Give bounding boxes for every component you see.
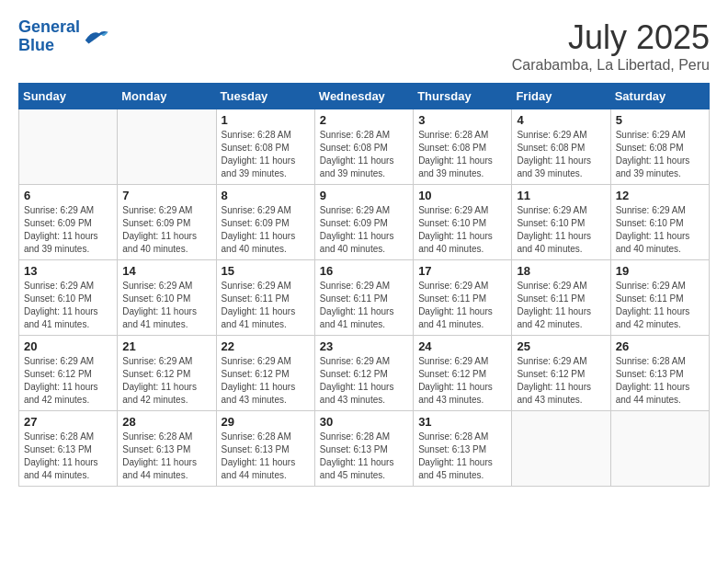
logo-general: General <box>18 17 80 36</box>
day-number: 28 <box>122 415 210 429</box>
day-number: 23 <box>320 339 408 353</box>
table-row <box>118 109 216 185</box>
table-row: 25Sunrise: 6:29 AM Sunset: 6:12 PM Dayli… <box>512 336 610 411</box>
table-row: 6Sunrise: 6:29 AM Sunset: 6:09 PM Daylig… <box>19 185 118 260</box>
day-number: 12 <box>616 189 704 202</box>
calendar-week-1: 1Sunrise: 6:28 AM Sunset: 6:08 PM Daylig… <box>19 109 710 185</box>
table-row: 21Sunrise: 6:29 AM Sunset: 6:12 PM Dayli… <box>118 336 216 411</box>
day-number: 18 <box>517 264 605 278</box>
day-number: 15 <box>222 264 310 278</box>
col-header-wednesday: Wednesday <box>314 84 413 109</box>
day-info: Sunrise: 6:29 AM Sunset: 6:09 PM Dayligh… <box>24 204 112 256</box>
day-number: 2 <box>320 113 408 127</box>
day-info: Sunrise: 6:29 AM Sunset: 6:09 PM Dayligh… <box>320 204 408 256</box>
title-block: July 2025 Carabamba, La Libertad, Peru <box>512 18 710 74</box>
table-row: 30Sunrise: 6:28 AM Sunset: 6:13 PM Dayli… <box>314 411 413 487</box>
day-info: Sunrise: 6:29 AM Sunset: 6:12 PM Dayligh… <box>418 355 506 407</box>
day-number: 5 <box>616 113 704 127</box>
day-number: 31 <box>418 415 506 429</box>
day-info: Sunrise: 6:28 AM Sunset: 6:13 PM Dayligh… <box>418 431 506 482</box>
calendar-week-5: 27Sunrise: 6:28 AM Sunset: 6:13 PM Dayli… <box>19 411 710 487</box>
day-number: 24 <box>418 339 506 353</box>
logo-blue: Blue <box>18 36 54 54</box>
day-info: Sunrise: 6:29 AM Sunset: 6:12 PM Dayligh… <box>24 355 112 407</box>
day-number: 11 <box>517 189 605 202</box>
day-info: Sunrise: 6:29 AM Sunset: 6:10 PM Dayligh… <box>24 280 112 331</box>
table-row: 22Sunrise: 6:29 AM Sunset: 6:12 PM Dayli… <box>216 336 314 411</box>
table-row: 8Sunrise: 6:29 AM Sunset: 6:09 PM Daylig… <box>216 185 314 260</box>
logo: General Blue <box>18 18 109 55</box>
day-info: Sunrise: 6:29 AM Sunset: 6:10 PM Dayligh… <box>616 204 704 256</box>
table-row: 12Sunrise: 6:29 AM Sunset: 6:10 PM Dayli… <box>610 185 709 260</box>
day-number: 14 <box>122 264 210 278</box>
day-info: Sunrise: 6:28 AM Sunset: 6:08 PM Dayligh… <box>222 129 310 180</box>
day-info: Sunrise: 6:29 AM Sunset: 6:12 PM Dayligh… <box>320 355 408 407</box>
page-header: General Blue July 2025 Carabamba, La Lib… <box>18 18 710 74</box>
col-header-tuesday: Tuesday <box>216 84 314 109</box>
day-number: 21 <box>122 339 210 353</box>
table-row: 23Sunrise: 6:29 AM Sunset: 6:12 PM Dayli… <box>314 336 413 411</box>
table-row: 18Sunrise: 6:29 AM Sunset: 6:11 PM Dayli… <box>512 260 610 336</box>
day-info: Sunrise: 6:28 AM Sunset: 6:13 PM Dayligh… <box>122 431 210 482</box>
day-number: 1 <box>222 113 310 127</box>
table-row: 24Sunrise: 6:29 AM Sunset: 6:12 PM Dayli… <box>414 336 512 411</box>
day-info: Sunrise: 6:29 AM Sunset: 6:12 PM Dayligh… <box>222 355 310 407</box>
day-info: Sunrise: 6:29 AM Sunset: 6:12 PM Dayligh… <box>122 355 210 407</box>
day-info: Sunrise: 6:28 AM Sunset: 6:08 PM Dayligh… <box>418 129 506 180</box>
day-number: 25 <box>517 339 605 353</box>
table-row: 5Sunrise: 6:29 AM Sunset: 6:08 PM Daylig… <box>610 109 709 185</box>
day-number: 20 <box>24 339 112 353</box>
day-number: 30 <box>320 415 408 429</box>
day-info: Sunrise: 6:29 AM Sunset: 6:11 PM Dayligh… <box>320 280 408 331</box>
month-year: July 2025 <box>512 18 710 57</box>
day-number: 13 <box>24 264 112 278</box>
calendar-table: SundayMondayTuesdayWednesdayThursdayFrid… <box>18 83 710 487</box>
day-info: Sunrise: 6:29 AM Sunset: 6:11 PM Dayligh… <box>222 280 310 331</box>
calendar-header-row: SundayMondayTuesdayWednesdayThursdayFrid… <box>19 84 710 109</box>
table-row <box>512 411 610 487</box>
location: Carabamba, La Libertad, Peru <box>512 57 710 74</box>
day-info: Sunrise: 6:29 AM Sunset: 6:08 PM Dayligh… <box>616 129 704 180</box>
day-info: Sunrise: 6:29 AM Sunset: 6:11 PM Dayligh… <box>418 280 506 331</box>
day-number: 19 <box>616 264 704 278</box>
table-row <box>610 411 709 487</box>
table-row <box>19 109 118 185</box>
day-info: Sunrise: 6:29 AM Sunset: 6:09 PM Dayligh… <box>222 204 310 256</box>
table-row: 7Sunrise: 6:29 AM Sunset: 6:09 PM Daylig… <box>118 185 216 260</box>
table-row: 27Sunrise: 6:28 AM Sunset: 6:13 PM Dayli… <box>19 411 118 487</box>
table-row: 3Sunrise: 6:28 AM Sunset: 6:08 PM Daylig… <box>414 109 512 185</box>
day-info: Sunrise: 6:28 AM Sunset: 6:13 PM Dayligh… <box>320 431 408 482</box>
day-info: Sunrise: 6:29 AM Sunset: 6:08 PM Dayligh… <box>517 129 605 180</box>
table-row: 13Sunrise: 6:29 AM Sunset: 6:10 PM Dayli… <box>19 260 118 336</box>
day-info: Sunrise: 6:29 AM Sunset: 6:10 PM Dayligh… <box>517 204 605 256</box>
day-info: Sunrise: 6:29 AM Sunset: 6:10 PM Dayligh… <box>418 204 506 256</box>
day-info: Sunrise: 6:28 AM Sunset: 6:13 PM Dayligh… <box>24 431 112 482</box>
day-info: Sunrise: 6:28 AM Sunset: 6:08 PM Dayligh… <box>320 129 408 180</box>
day-number: 29 <box>222 415 310 429</box>
day-number: 4 <box>517 113 605 127</box>
day-info: Sunrise: 6:28 AM Sunset: 6:13 PM Dayligh… <box>222 431 310 482</box>
day-info: Sunrise: 6:29 AM Sunset: 6:11 PM Dayligh… <box>616 280 704 331</box>
day-number: 27 <box>24 415 112 429</box>
day-number: 26 <box>616 339 704 353</box>
col-header-friday: Friday <box>512 84 610 109</box>
table-row: 10Sunrise: 6:29 AM Sunset: 6:10 PM Dayli… <box>414 185 512 260</box>
day-number: 3 <box>418 113 506 127</box>
table-row: 26Sunrise: 6:28 AM Sunset: 6:13 PM Dayli… <box>610 336 709 411</box>
calendar-week-2: 6Sunrise: 6:29 AM Sunset: 6:09 PM Daylig… <box>19 185 710 260</box>
calendar-week-4: 20Sunrise: 6:29 AM Sunset: 6:12 PM Dayli… <box>19 336 710 411</box>
col-header-sunday: Sunday <box>19 84 118 109</box>
col-header-monday: Monday <box>118 84 216 109</box>
table-row: 16Sunrise: 6:29 AM Sunset: 6:11 PM Dayli… <box>314 260 413 336</box>
day-info: Sunrise: 6:29 AM Sunset: 6:10 PM Dayligh… <box>122 280 210 331</box>
day-info: Sunrise: 6:28 AM Sunset: 6:13 PM Dayligh… <box>616 355 704 407</box>
table-row: 11Sunrise: 6:29 AM Sunset: 6:10 PM Dayli… <box>512 185 610 260</box>
table-row: 19Sunrise: 6:29 AM Sunset: 6:11 PM Dayli… <box>610 260 709 336</box>
day-number: 17 <box>418 264 506 278</box>
table-row: 2Sunrise: 6:28 AM Sunset: 6:08 PM Daylig… <box>314 109 413 185</box>
calendar-week-3: 13Sunrise: 6:29 AM Sunset: 6:10 PM Dayli… <box>19 260 710 336</box>
day-info: Sunrise: 6:29 AM Sunset: 6:12 PM Dayligh… <box>517 355 605 407</box>
table-row: 31Sunrise: 6:28 AM Sunset: 6:13 PM Dayli… <box>414 411 512 487</box>
day-info: Sunrise: 6:29 AM Sunset: 6:09 PM Dayligh… <box>122 204 210 256</box>
day-number: 9 <box>320 189 408 202</box>
